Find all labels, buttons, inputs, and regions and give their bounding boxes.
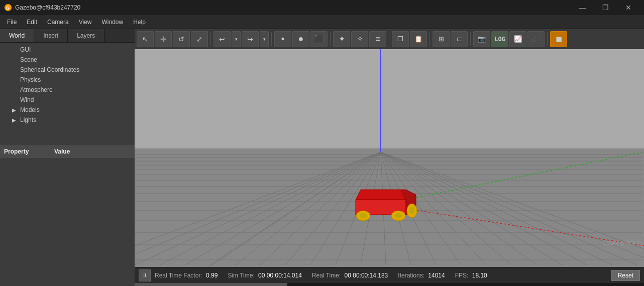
property-col-label: Property bbox=[4, 148, 54, 155]
tree-item-lights[interactable]: ▶ Lights bbox=[0, 115, 135, 125]
tree-label-atmosphere: Atmosphere bbox=[20, 86, 53, 93]
menu-window[interactable]: Window bbox=[97, 17, 129, 28]
tree-item-physics[interactable]: Physics bbox=[0, 75, 135, 85]
maximize-button[interactable]: ❐ bbox=[594, 0, 617, 15]
tool-light-spot[interactable]: ✧ bbox=[351, 31, 368, 47]
realtime-label: Real Time: bbox=[312, 272, 341, 279]
tab-world[interactable]: World bbox=[0, 29, 34, 42]
tool-select[interactable]: ↖ bbox=[137, 31, 154, 47]
simtime-value: 00 00:00:14.014 bbox=[258, 272, 302, 279]
tool-light-dir[interactable]: ≡ bbox=[369, 31, 386, 47]
watermark: CSDN @西木九 bbox=[603, 239, 642, 247]
tree-item-wind[interactable]: Wind bbox=[0, 95, 135, 105]
fps-label: FPS: bbox=[455, 272, 469, 279]
rtf-label: Real Time Factor: bbox=[155, 272, 202, 279]
menu-camera[interactable]: Camera bbox=[42, 17, 74, 28]
property-panel: Property Value bbox=[0, 146, 135, 286]
tree-label-gui: GUI bbox=[20, 46, 31, 53]
world-tree: GUI Scene Spherical Coordinates Physics … bbox=[0, 43, 135, 146]
svg-point-55 bbox=[409, 207, 414, 214]
close-button[interactable]: ✕ bbox=[617, 0, 640, 15]
tree-item-models[interactable]: ▶ Models bbox=[0, 105, 135, 115]
sep7 bbox=[547, 32, 548, 46]
statusbar: ⏸ Real Time Factor: 0.99 Sim Time: 00 00… bbox=[135, 267, 644, 283]
tool-redo[interactable]: ↪ bbox=[242, 31, 259, 47]
svg-point-51 bbox=[360, 213, 367, 218]
reset-button[interactable]: Reset bbox=[611, 270, 640, 281]
toolbar: ↖ ✛ ↺ ⤢ ↩ ▾ ↪ ▾ ▪ ● ⬛ ✦ ✧ ≡ ❐ 📋 ⊞ bbox=[135, 29, 644, 49]
tool-record[interactable]: 🎥 bbox=[527, 31, 545, 47]
minimize-button[interactable]: — bbox=[571, 0, 594, 15]
tool-box[interactable]: ▪ bbox=[274, 31, 291, 47]
titlebar-left: G Gazebo@cf943b247720 bbox=[4, 4, 80, 12]
menu-file[interactable]: File bbox=[2, 17, 22, 28]
tool-rotate[interactable]: ↺ bbox=[173, 31, 190, 47]
sep5 bbox=[430, 32, 430, 46]
tree-label-lights: Lights bbox=[20, 116, 36, 123]
tool-translate[interactable]: ✛ bbox=[155, 31, 172, 47]
tool-cylinder[interactable]: ⬛ bbox=[310, 31, 328, 47]
tree-item-atmosphere[interactable]: Atmosphere bbox=[0, 85, 135, 95]
rtf-value: 0.99 bbox=[206, 272, 218, 279]
property-col-value: Value bbox=[54, 148, 131, 155]
tool-scale[interactable]: ⤢ bbox=[191, 31, 208, 47]
tree-arrow-models: ▶ bbox=[12, 107, 18, 113]
progress-fill bbox=[135, 283, 287, 286]
viewport[interactable]: CSDN @西木九 bbox=[135, 49, 644, 267]
app-title: Gazebo@cf943b247720 bbox=[15, 4, 80, 11]
tool-screenshot[interactable]: 📷 bbox=[473, 31, 490, 47]
tool-active-shape[interactable]: ◼ bbox=[550, 31, 567, 47]
tool-paste[interactable]: 📋 bbox=[410, 31, 427, 47]
tool-undo-dropdown[interactable]: ▾ bbox=[232, 31, 241, 47]
tool-copy[interactable]: ❐ bbox=[392, 31, 409, 47]
iterations-value: 14014 bbox=[428, 272, 445, 279]
stat-iterations: Iterations: 14014 bbox=[398, 272, 445, 279]
menu-help[interactable]: Help bbox=[128, 17, 151, 28]
tool-align[interactable]: ⊞ bbox=[433, 31, 450, 47]
svg-text:G: G bbox=[6, 6, 10, 11]
tree-item-spherical-coords[interactable]: Spherical Coordinates bbox=[0, 65, 135, 75]
tree-label-models: Models bbox=[20, 106, 40, 113]
property-header: Property Value bbox=[0, 146, 135, 158]
stat-realtime: Real Time: 00 00:00:14.183 bbox=[312, 272, 388, 279]
tree-label-scene: Scene bbox=[20, 56, 37, 63]
sep2 bbox=[271, 32, 272, 46]
tree-label-wind: Wind bbox=[20, 96, 34, 103]
titlebar-controls: — ❐ ✕ bbox=[571, 0, 640, 15]
tab-layers[interactable]: Layers bbox=[68, 29, 104, 42]
sep1 bbox=[210, 32, 211, 46]
tree-item-gui[interactable]: GUI bbox=[0, 45, 135, 55]
titlebar: G Gazebo@cf943b247720 — ❐ ✕ bbox=[0, 0, 644, 15]
left-panel: World Insert Layers GUI Scene Spherical … bbox=[0, 29, 135, 286]
sep4 bbox=[389, 32, 389, 46]
svg-marker-47 bbox=[356, 190, 406, 200]
progress-bar bbox=[135, 283, 644, 286]
iterations-label: Iterations: bbox=[398, 272, 424, 279]
svg-point-53 bbox=[395, 213, 402, 218]
main-layout: World Insert Layers GUI Scene Spherical … bbox=[0, 29, 644, 286]
tool-snap[interactable]: ⊏ bbox=[451, 31, 468, 47]
tab-insert[interactable]: Insert bbox=[34, 29, 68, 42]
pause-button[interactable]: ⏸ bbox=[139, 269, 151, 281]
tool-undo[interactable]: ↩ bbox=[213, 31, 231, 47]
sep3 bbox=[330, 32, 331, 46]
tool-redo-dropdown[interactable]: ▾ bbox=[260, 31, 269, 47]
menu-edit[interactable]: Edit bbox=[22, 17, 42, 28]
menu-view[interactable]: View bbox=[74, 17, 97, 28]
tree-label-spherical-coords: Spherical Coordinates bbox=[20, 66, 79, 73]
app-icon: G bbox=[4, 4, 12, 12]
stat-simtime: Sim Time: 00 00:00:14.014 bbox=[228, 272, 301, 279]
tool-log[interactable]: LOG bbox=[491, 31, 508, 47]
stat-fps: FPS: 18.10 bbox=[455, 272, 487, 279]
tree-item-scene[interactable]: Scene bbox=[0, 55, 135, 65]
fps-value: 18.10 bbox=[472, 272, 487, 279]
tree-label-physics: Physics bbox=[20, 76, 41, 83]
tab-bar: World Insert Layers bbox=[0, 29, 135, 43]
grid-overlay bbox=[135, 49, 644, 267]
tool-plot[interactable]: 📈 bbox=[509, 31, 526, 47]
sep6 bbox=[470, 32, 471, 46]
stat-rtf: Real Time Factor: 0.99 bbox=[155, 272, 218, 279]
tool-light-point[interactable]: ✦ bbox=[333, 31, 350, 47]
tool-sphere[interactable]: ● bbox=[292, 31, 309, 47]
simtime-label: Sim Time: bbox=[228, 272, 254, 279]
